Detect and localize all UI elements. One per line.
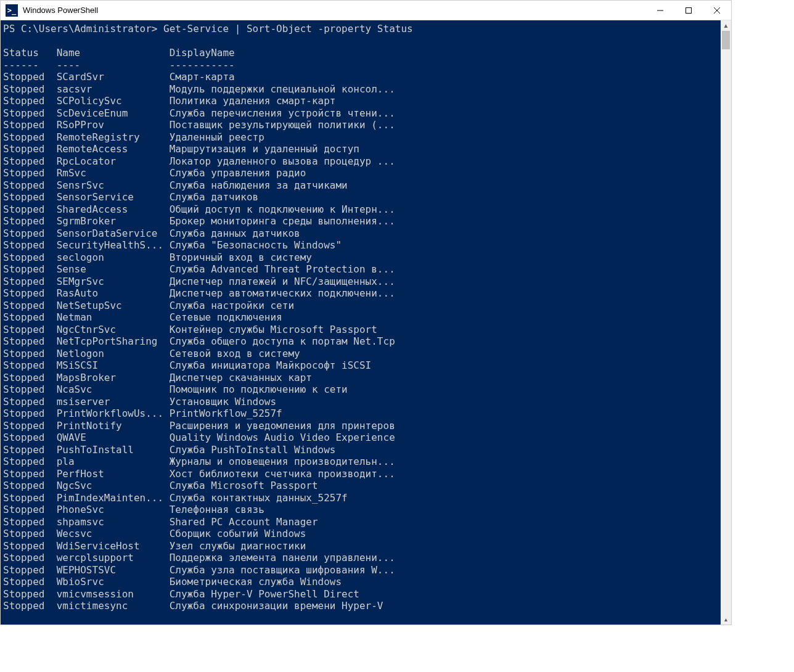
titlebar[interactable]: >_ Windows PowerShell <box>1 1 731 20</box>
window-title: Windows PowerShell <box>23 6 98 15</box>
powershell-icon: >_ <box>6 4 18 17</box>
scroll-up-button[interactable]: ▲ <box>721 20 731 31</box>
powershell-window: >_ Windows PowerShell PS C:\Users\Admini… <box>0 0 732 625</box>
close-button[interactable] <box>703 1 731 20</box>
maximize-button[interactable] <box>674 1 703 20</box>
scroll-down-button[interactable]: ▴ <box>721 614 731 625</box>
minimize-button[interactable] <box>646 1 674 20</box>
scroll-thumb[interactable] <box>722 31 730 49</box>
vertical-scrollbar[interactable]: ▲ ▴ <box>721 20 731 625</box>
terminal-output[interactable]: PS C:\Users\Administrator> Get-Service |… <box>1 20 721 625</box>
svg-rect-1 <box>686 7 692 13</box>
